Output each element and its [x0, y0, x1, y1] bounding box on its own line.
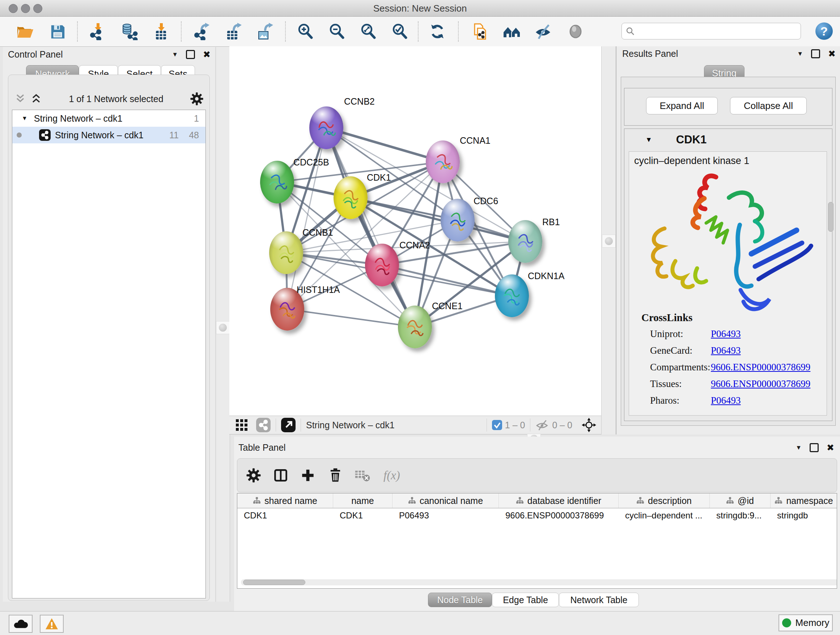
network-node-RB1[interactable] [508, 220, 542, 263]
network-node-CDKN1A[interactable] [495, 274, 529, 317]
tab-network-table[interactable]: Network Table [559, 593, 639, 607]
network-node-CDC6[interactable] [441, 199, 475, 241]
crosslink-link[interactable]: P06493 [711, 395, 741, 406]
show-columns-icon[interactable] [273, 467, 289, 483]
collection-expander-icon[interactable]: ▼ [22, 115, 27, 122]
tab-edge-table[interactable]: Edge Table [492, 593, 559, 607]
cloud-status-button[interactable] [9, 615, 33, 633]
cloud-icon [13, 618, 28, 629]
import-table-button[interactable] [152, 22, 171, 41]
hide-panel-button[interactable] [534, 22, 553, 41]
results-panel-float-menu[interactable]: ▼ [797, 50, 803, 57]
zoom-selected-button[interactable] [391, 22, 409, 41]
save-session-button[interactable] [49, 22, 66, 41]
memory-button[interactable]: Memory [778, 614, 833, 631]
table-panel-float-button[interactable] [810, 443, 819, 452]
expand-all-button[interactable]: Expand All [646, 97, 718, 114]
network-node-CCNA2[interactable] [365, 244, 399, 287]
network-node-CDK1[interactable] [333, 176, 368, 219]
crosslink-link[interactable]: P06493 [711, 345, 741, 356]
table-hscrollbar-thumb[interactable] [243, 580, 305, 585]
help-button[interactable]: ? [815, 22, 833, 40]
column-header-database-identifier[interactable]: database identifier [499, 494, 619, 508]
gene-expander-icon[interactable]: ▼ [645, 136, 652, 144]
save-floppy-icon [49, 23, 66, 40]
warning-status-button[interactable] [40, 615, 64, 633]
column-header-namespace[interactable]: namespace [771, 494, 837, 508]
protein-thumbnail-icon [264, 169, 290, 195]
zoom-in-button[interactable] [296, 22, 314, 41]
show-all-views-button[interactable] [503, 22, 521, 41]
crosslink-link[interactable]: P06493 [711, 328, 741, 340]
delete-column-icon[interactable] [328, 468, 343, 483]
memory-status-dot-icon [782, 618, 791, 627]
network-collection-row[interactable]: ▼ String Network – cdk1 1 [12, 110, 205, 127]
navigator-crosshair-icon[interactable] [582, 418, 596, 432]
grid-view-icon[interactable] [235, 418, 248, 432]
table-gear-icon[interactable] [246, 468, 261, 483]
zoom-out-button[interactable] [328, 22, 346, 41]
show-panel-button[interactable] [567, 22, 584, 41]
network-node-CCNB2[interactable] [309, 106, 343, 149]
import-from-database-button[interactable] [120, 22, 139, 41]
right-splitter[interactable] [601, 46, 616, 434]
network-node-CDC25B[interactable] [260, 161, 294, 203]
network-canvas[interactable]: CCNB2CCNA1CDC25BCDK1CDC6RB1CCNB1CCNA2CDK… [229, 46, 601, 416]
left-splitter[interactable] [216, 47, 230, 602]
gene-details: cyclin–dependent kinase 1 [629, 151, 827, 416]
tab-node-table[interactable]: Node Table [428, 593, 492, 607]
column-header-@id[interactable]: @id [710, 494, 771, 508]
gear-icon[interactable] [190, 92, 204, 106]
refresh-button[interactable] [428, 22, 447, 41]
collapse-all-icon[interactable] [14, 94, 27, 104]
column-header-description[interactable]: description [619, 494, 710, 508]
table-cell: cyclin–dependent ... [619, 508, 710, 523]
control-panel-float-button[interactable] [186, 50, 195, 59]
table-cell: P06493 [393, 508, 499, 523]
left-splitter-handle[interactable] [216, 321, 230, 334]
clone-network-button[interactable] [471, 22, 489, 41]
right-splitter-handle[interactable] [602, 234, 616, 248]
search-field[interactable] [622, 23, 801, 40]
network-row[interactable]: String Network – cdk1 11 48 [12, 127, 205, 143]
table-hscrollbar[interactable] [241, 579, 837, 585]
add-column-icon[interactable] [300, 468, 316, 483]
export-table-button[interactable] [225, 22, 243, 41]
open-session-button[interactable] [16, 22, 34, 41]
table-panel-close-button[interactable]: ✖ [827, 442, 834, 453]
results-panel-float-button[interactable] [811, 49, 820, 58]
network-node-CCNB1[interactable] [269, 231, 303, 274]
export-image-icon [256, 23, 274, 40]
column-header-name[interactable]: name [333, 494, 393, 508]
protein-thumbnail-icon [499, 282, 524, 309]
control-panel-float-menu[interactable]: ▼ [172, 51, 178, 58]
network-node-CCNA1[interactable] [426, 141, 460, 183]
column-header-canonical-name[interactable]: canonical name [393, 494, 499, 508]
export-image-button[interactable] [256, 22, 274, 41]
network-node-label-CDC25B: CDC25B [294, 157, 329, 168]
collapse-all-button[interactable]: Collapse All [730, 97, 807, 114]
database-network-icon [121, 23, 138, 40]
selected-count: 1 – 0 [505, 420, 525, 431]
zoom-fit-button[interactable] [359, 22, 377, 41]
selected-checkbox-icon[interactable] [492, 420, 502, 430]
string-view-icon[interactable] [256, 418, 271, 432]
import-network-button[interactable] [89, 22, 107, 41]
table-row[interactable]: CDK1CDK1P064939606.ENSP00000378699cyclin… [237, 508, 837, 523]
results-panel-close-button[interactable]: ✖ [828, 49, 836, 59]
table-panel-float-menu[interactable]: ▼ [796, 444, 802, 451]
netbar-separator [486, 418, 487, 432]
results-scrollbar-thumb[interactable] [828, 202, 834, 232]
toolbar-separator [418, 21, 418, 42]
export-network-button[interactable] [193, 22, 211, 41]
crosslink-link[interactable]: 9606.ENSP00000378699 [711, 362, 810, 373]
netbar-separator [530, 418, 531, 432]
control-panel-close-button[interactable]: ✖ [203, 49, 210, 60]
search-input[interactable] [635, 26, 801, 36]
detach-view-icon[interactable] [281, 418, 295, 432]
expand-all-icon[interactable] [30, 94, 42, 104]
crosslink-link[interactable]: 9606.ENSP00000378699 [711, 378, 810, 390]
network-node-CCNE1[interactable] [398, 306, 432, 348]
netbar-separator [276, 418, 276, 432]
column-header-shared-name[interactable]: shared name [237, 494, 333, 508]
